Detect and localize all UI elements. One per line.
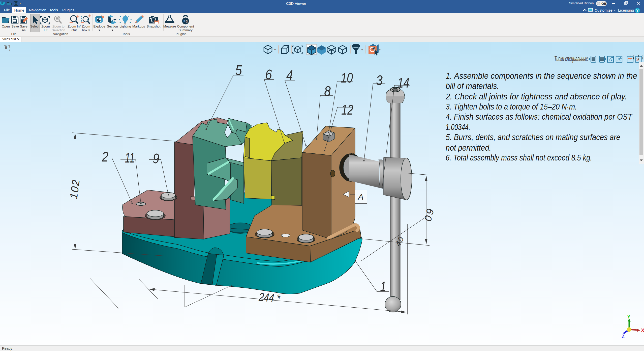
svg-text:Off: Off xyxy=(601,2,606,6)
svg-text:not permitted.: not permitted. xyxy=(446,143,491,152)
svg-text:102: 102 xyxy=(68,179,82,200)
svg-text:6. Total assembly mass shall n: 6. Total assembly mass shall not exceed … xyxy=(446,153,592,162)
svg-text:Тиски специальные: Тиски специальные xyxy=(554,55,588,63)
svg-text:Kg: Kg xyxy=(183,19,188,23)
svg-text:9: 9 xyxy=(153,150,159,166)
svg-text:5. Burrs, dents, and scratches: 5. Burrs, dents, and scratches on mating… xyxy=(446,132,620,142)
svg-text:?: ? xyxy=(636,8,639,13)
svg-text:A: A xyxy=(357,192,364,202)
svg-text:14: 14 xyxy=(397,75,409,91)
svg-text:2. Check all joints for tightn: 2. Check all joints for tightness and ab… xyxy=(445,92,627,101)
svg-text:12: 12 xyxy=(341,102,353,118)
svg-text:A: A xyxy=(617,56,621,63)
svg-text:Customize: Customize xyxy=(595,8,612,12)
svg-text:10: 10 xyxy=(341,70,353,86)
svg-text:Y: Y xyxy=(627,314,631,319)
svg-text:244 *: 244 * xyxy=(258,290,281,305)
svg-text:Z: Z xyxy=(622,334,625,339)
svg-text:2: 2 xyxy=(102,149,108,165)
svg-text:5: 5 xyxy=(235,62,242,78)
svg-text:Licensing: Licensing xyxy=(618,8,634,12)
svg-text:3: 3 xyxy=(376,72,383,88)
svg-text:11: 11 xyxy=(125,150,135,166)
svg-text:8: 8 xyxy=(324,83,331,99)
svg-text:60: 60 xyxy=(422,207,436,222)
svg-text:6: 6 xyxy=(265,66,272,82)
svg-text:bill of materials.: bill of materials. xyxy=(446,81,499,91)
svg-text:X: X xyxy=(641,328,644,333)
svg-text:1.00344.: 1.00344. xyxy=(446,122,470,132)
svg-text:1: 1 xyxy=(380,278,386,294)
svg-text:4: 4 xyxy=(286,67,293,83)
svg-text:3. Tighten bolts to a torque o: 3. Tighten bolts to a torque of 15–20 N·… xyxy=(446,102,577,111)
svg-text:4. Finish surfaces as follows:: 4. Finish surfaces as follows: chemical … xyxy=(446,112,633,121)
svg-text:1. Assemble components in the: 1. Assemble components in the sequence s… xyxy=(446,71,637,80)
